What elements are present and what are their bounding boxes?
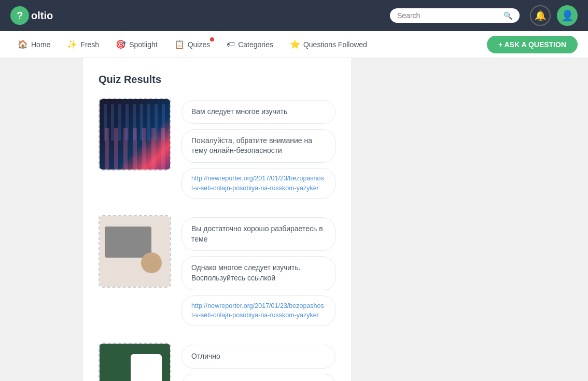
quiz-result-item: Вы достаточно хорошо разбираетесь в теме… <box>99 215 335 326</box>
result-image-2 <box>99 215 171 288</box>
result-box: Вы достаточно хорошо разбираетесь в теме <box>181 217 335 251</box>
navigation: 🏠 Home ✨ Fresh 🎯 Spotlight 📋 Quizes 🏷 Ca… <box>0 31 588 58</box>
nav-label-categories: Categories <box>238 40 273 49</box>
result-box-link[interactable]: http://newreporter.org/2017/01/23/bezopa… <box>181 295 335 327</box>
page-title: Quiz Results <box>99 74 335 86</box>
logo-icon: ? <box>10 6 29 25</box>
laptop-image <box>100 216 171 288</box>
result-box: Вы хорошо разбираетесь в теме <box>181 374 335 381</box>
ask-question-button[interactable]: + ASK A QUESTION <box>487 36 578 53</box>
search-icon: 🔍 <box>503 11 512 20</box>
search-input[interactable] <box>397 11 499 20</box>
logo-text: oltio <box>31 10 53 22</box>
quiz-result-item: Отлично Вы хорошо разбираетесь в теме <box>99 343 335 381</box>
tablet-image <box>100 344 171 381</box>
result-image-1 <box>99 98 171 171</box>
nav-label-home: Home <box>31 40 50 49</box>
nav-label-spotlight: Spotlight <box>129 40 157 49</box>
quizes-icon: 📋 <box>174 39 185 49</box>
nav-label-questions-followed: Questions Followed <box>303 40 367 49</box>
main-content: Quiz Results Вам следует многое изучить … <box>0 58 588 381</box>
sidebar-left <box>0 58 83 381</box>
header: ? oltio 🔍 🔔 👤 <box>0 0 588 31</box>
nav-item-categories[interactable]: 🏷 Categories <box>219 37 281 52</box>
avatar-button[interactable]: 👤 <box>557 5 578 26</box>
result-boxes-1: Вам следует многое изучить Пожалуйста, о… <box>181 98 335 199</box>
quizes-badge <box>210 37 214 41</box>
result-box-link[interactable]: http://newreporter.org/2017/01/23/bezopa… <box>181 168 335 199</box>
search-bar: 🔍 <box>390 8 520 23</box>
bell-icon: 🔔 <box>535 10 546 21</box>
quiz-result-item: Вам следует многое изучить Пожалуйста, о… <box>99 98 335 199</box>
notification-button[interactable]: 🔔 <box>530 5 551 26</box>
home-icon: 🏠 <box>18 39 28 49</box>
nav-label-fresh: Fresh <box>80 40 99 49</box>
avatar-icon: 👤 <box>561 9 574 22</box>
logo[interactable]: ? oltio <box>10 6 53 25</box>
content-area: Quiz Results Вам следует многое изучить … <box>83 58 351 381</box>
result-box: Однако многое следует изучить. Воспользу… <box>181 256 335 290</box>
result-box: Вам следует многое изучить <box>181 100 335 124</box>
spotlight-icon: 🎯 <box>116 39 126 49</box>
sidebar-right <box>351 58 588 381</box>
nav-item-quizes[interactable]: 📋 Quizes <box>167 36 218 52</box>
nav-label-quizes: Quizes <box>188 40 211 49</box>
header-icons: 🔔 👤 <box>530 5 578 26</box>
result-box: Пожалуйста, обратите внимание на тему он… <box>181 129 335 163</box>
nav-item-home[interactable]: 🏠 Home <box>10 36 58 52</box>
city-image <box>100 99 171 171</box>
result-image-3 <box>99 343 171 381</box>
fresh-icon: ✨ <box>67 39 77 49</box>
result-boxes-3: Отлично Вы хорошо разбираетесь в теме <box>181 343 335 381</box>
result-boxes-2: Вы достаточно хорошо разбираетесь в теме… <box>181 215 335 326</box>
nav-item-spotlight[interactable]: 🎯 Spotlight <box>108 36 164 52</box>
nav-item-fresh[interactable]: ✨ Fresh <box>60 36 106 52</box>
star-icon: ⭐ <box>290 39 300 49</box>
nav-item-questions-followed[interactable]: ⭐ Questions Followed <box>283 36 374 52</box>
result-box: Отлично <box>181 345 335 369</box>
categories-icon: 🏷 <box>227 40 235 49</box>
